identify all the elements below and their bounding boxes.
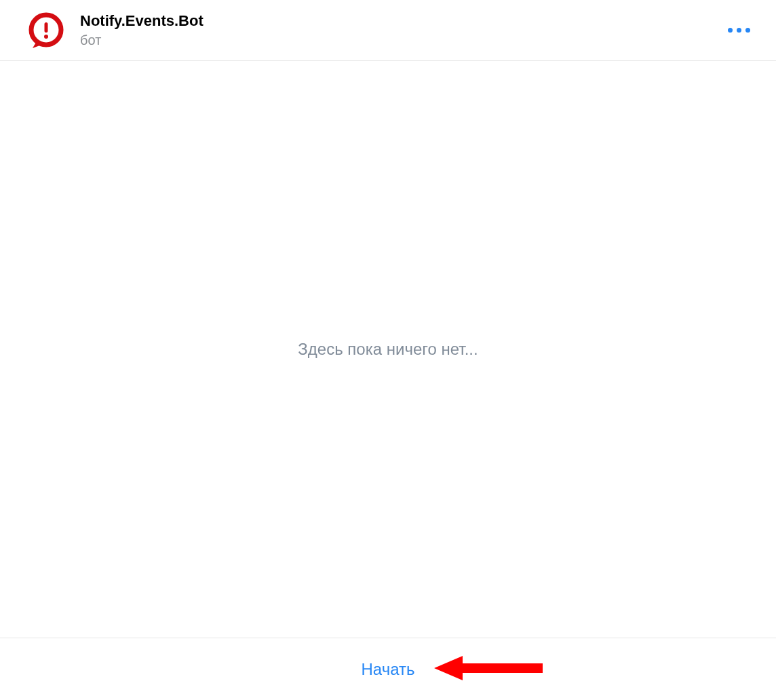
- chat-title-block[interactable]: Notify.Events.Bot бот: [80, 12, 203, 49]
- chat-subtitle: бот: [80, 32, 203, 49]
- chat-avatar[interactable]: [27, 12, 65, 50]
- chat-footer: Начать: [0, 638, 776, 700]
- chat-header: Notify.Events.Bot бот: [0, 0, 776, 61]
- alert-speech-icon: [27, 12, 65, 50]
- start-button[interactable]: Начать: [362, 660, 415, 679]
- svg-marker-3: [434, 656, 543, 680]
- svg-point-2: [44, 35, 48, 39]
- chat-title: Notify.Events.Bot: [80, 12, 203, 31]
- svg-rect-1: [45, 22, 48, 33]
- chat-content: Здесь пока ничего нет...: [0, 61, 776, 638]
- more-options-button[interactable]: [722, 22, 756, 38]
- more-horizontal-icon: [728, 28, 733, 33]
- annotation-arrow: [434, 653, 546, 686]
- empty-state-message: Здесь пока ничего нет...: [298, 340, 478, 359]
